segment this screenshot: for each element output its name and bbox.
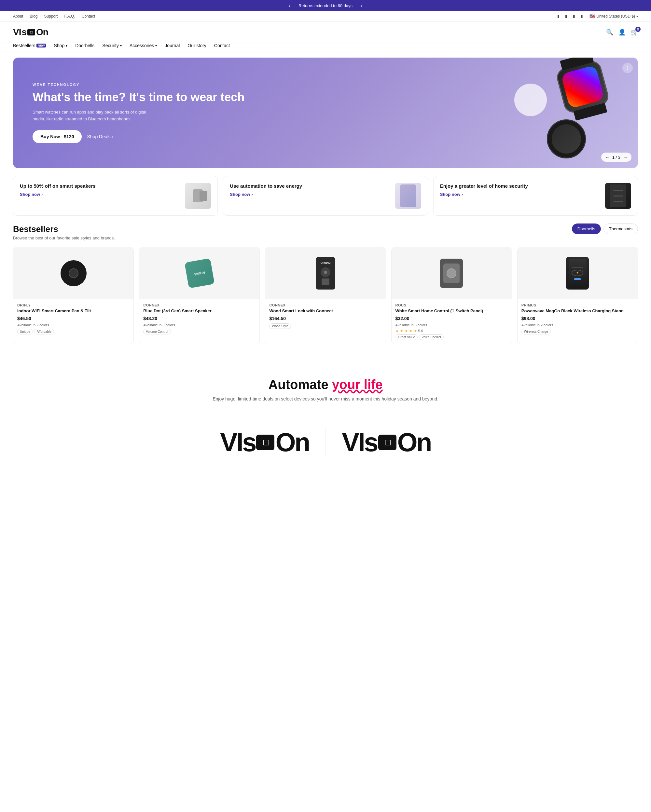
product-card-home-control[interactable]: ROUS White Smart Home Control (1-Switch …	[391, 247, 512, 344]
nav-security[interactable]: Security ▾	[102, 43, 122, 48]
lock-dot	[324, 271, 327, 274]
secondary-nav: About Blog Support F.A.Q. Contact ▮ ▮ ▮ …	[0, 11, 651, 22]
nav-faq[interactable]: F.A.Q.	[64, 14, 75, 18]
hero-nav-button[interactable]: )	[622, 63, 633, 73]
hero-next-button[interactable]: →	[623, 154, 628, 160]
product-info-lock: CONNEX Wood Smart Lock with Connect $164…	[265, 299, 385, 334]
hero-watch-1	[555, 59, 610, 114]
lock-circle	[321, 267, 330, 277]
product-brand-3: ROUS	[396, 303, 508, 307]
product-tags-0: Unique Affordable	[17, 329, 130, 334]
announcement-next[interactable]: ›	[359, 3, 364, 8]
filter-tabs: Doorbells Thermostats	[572, 223, 638, 234]
product-colors-4: Available in 2 colors	[521, 323, 634, 327]
nav-doorbells[interactable]: Doorbells	[75, 43, 95, 48]
nav-about[interactable]: About	[13, 14, 23, 18]
vision-logo-2-text-b: On	[397, 427, 431, 457]
automate-title: Automate your life	[13, 377, 638, 392]
product-card-lock[interactable]: VISION CONNEX Wood Smart Lock with Conne…	[265, 247, 386, 344]
filter-thermostats[interactable]: Thermostats	[604, 223, 638, 234]
logo[interactable]: VIs□On	[13, 27, 48, 37]
instagram-icon[interactable]: ▮	[571, 14, 576, 19]
bestsellers-title: Bestsellers	[13, 224, 58, 234]
hero-shop-deals-label: Shop Deals	[87, 134, 110, 139]
filter-doorbells[interactable]: Doorbells	[572, 223, 601, 234]
product-brand-0: DRIFLY	[17, 303, 130, 307]
star-2: ★	[400, 329, 403, 333]
cart-button[interactable]: 🛒 0	[631, 29, 638, 36]
facebook-icon[interactable]: ▮	[556, 14, 561, 19]
announcement-bar: ‹ Returns extended to 60 days ›	[0, 0, 651, 11]
logo-icon: □	[28, 29, 35, 35]
feature-card-speakers-link-label: Shop now	[20, 192, 40, 197]
announcement-prev[interactable]: ‹	[287, 3, 292, 8]
product-card-charger[interactable]: ⚡ PRIMUS Powerwave MagGo Black Wireless …	[517, 247, 638, 344]
search-icon: 🔍	[606, 29, 613, 35]
hero-tag: WEAR TECHNOLOGY	[32, 82, 245, 87]
vision-logo-2-text-a: VI	[342, 427, 364, 457]
watch-circle	[547, 119, 586, 159]
nav-contact[interactable]: Contact	[82, 14, 95, 18]
flag-icon: 🇺🇸	[590, 14, 595, 19]
product-image-charger: ⚡	[518, 247, 638, 299]
product-brand-4: PRIMUS	[521, 303, 634, 307]
product-tag-voice-control: Voice Control	[419, 334, 443, 340]
search-button[interactable]: 🔍	[606, 29, 613, 36]
product-price-3: $32.00	[396, 316, 508, 321]
nav-blog[interactable]: Blog	[30, 14, 37, 18]
nav-doorbells-label: Doorbells	[75, 43, 95, 48]
nav-journal[interactable]: Journal	[165, 43, 180, 48]
logo-divider	[326, 427, 326, 457]
account-button[interactable]: 👤	[619, 29, 626, 36]
vision-logos: VIs□On VIs□On	[0, 414, 651, 470]
nav-contact[interactable]: Contact	[214, 43, 230, 48]
logo-s: s	[21, 27, 26, 37]
bestsellers-section: Bestsellers Doorbells Thermostats Browse…	[0, 223, 651, 344]
hero-buy-button[interactable]: Buy Now - $120	[32, 130, 82, 143]
nav-support[interactable]: Support	[44, 14, 58, 18]
product-colors-0: Available in 2 colors	[17, 323, 130, 327]
hero-watch-2	[547, 119, 586, 159]
currency-selector[interactable]: 🇺🇸 United States (USD $) ▾	[590, 14, 638, 19]
nav-bestsellers[interactable]: Bestsellers NEW	[13, 43, 46, 48]
product-image-camera	[13, 247, 133, 299]
hero-title: What's the time? It's time to wear tech	[32, 90, 245, 104]
vision-logo-1-text-a: VI	[220, 427, 242, 457]
product-card-speaker[interactable]: VISION CONNEX Blue Dot (3rd Gen) Smart S…	[139, 247, 260, 344]
product-tags-4: Wireless Charge	[521, 329, 634, 334]
feature-card-speakers-link[interactable]: Shop now ›	[20, 192, 180, 197]
feature-card-security-link[interactable]: Shop now ›	[440, 192, 600, 197]
product-name-3: White Smart Home Control (1-Switch Panel…	[396, 308, 508, 314]
feature-card-speakers-title: Up to 50% off on smart speakers	[20, 183, 180, 189]
door-line-2	[613, 195, 623, 197]
logo-text-after: On	[36, 27, 48, 37]
star-5: ★	[414, 329, 417, 333]
camera-lens	[69, 269, 78, 278]
hero-nav-icon: )	[627, 65, 628, 71]
automate-title-highlight: your life	[332, 377, 383, 392]
charger-visual: ⚡	[566, 257, 589, 290]
main-header: VIs□On 🔍 👤 🛒 0	[0, 22, 651, 43]
tiktok-icon[interactable]: ▮	[579, 14, 584, 19]
announcement-text: Returns extended to 60 days	[298, 3, 353, 8]
product-tags-1: Volume Control	[143, 329, 255, 334]
product-info-home-control: ROUS White Smart Home Control (1-Switch …	[391, 299, 512, 344]
automate-title-plain: Automate	[268, 377, 332, 392]
hero-shop-deals-button[interactable]: Shop Deals ›	[87, 134, 113, 139]
nav-our-story[interactable]: Our story	[188, 43, 206, 48]
automate-section: Automate your life Enjoy huge, limited-t…	[0, 357, 651, 414]
twitter-icon[interactable]: ▮	[564, 14, 568, 19]
star-4: ★	[409, 329, 413, 333]
product-card-camera[interactable]: DRIFLY Indoor WiFi Smart Camera Pan & Ti…	[13, 247, 134, 344]
nav-our-story-label: Our story	[188, 43, 206, 48]
primary-nav: Bestsellers NEW Shop ▾ Doorbells Securit…	[0, 43, 651, 52]
camera-visual	[61, 260, 87, 286]
door-shape	[610, 185, 626, 207]
nav-shop[interactable]: Shop ▾	[54, 43, 67, 48]
feature-card-energy-link[interactable]: Shop now ›	[230, 192, 390, 197]
account-icon: 👤	[619, 29, 626, 35]
hero-prev-button[interactable]: ←	[605, 154, 610, 160]
charger-body: ⚡	[568, 259, 587, 288]
product-price-2: $164.50	[269, 316, 382, 321]
nav-accessories[interactable]: Accessories ▾	[130, 43, 157, 48]
